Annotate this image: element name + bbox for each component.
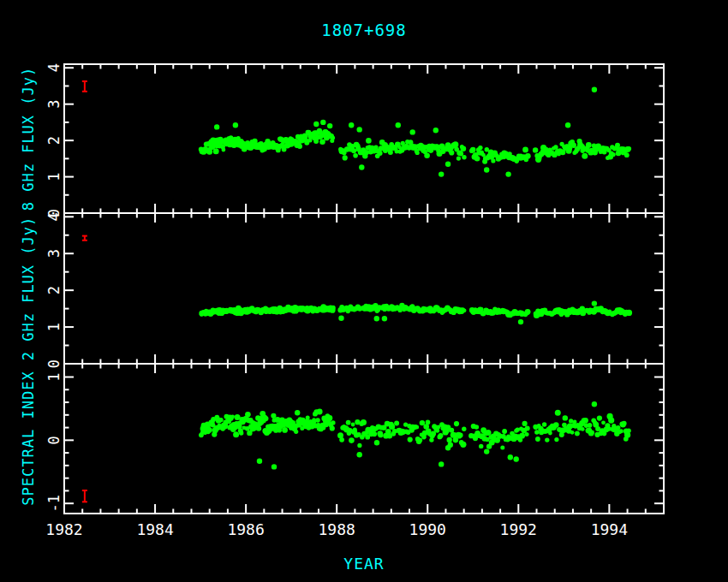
x-tick-label: 1990: [409, 520, 446, 538]
data-point: [353, 428, 357, 432]
data-point: [582, 418, 588, 424]
data-point: [207, 427, 212, 432]
data-point: [479, 444, 483, 448]
x-tick-label: 1988: [319, 520, 355, 538]
outlier-point: [484, 448, 489, 454]
data-point: [581, 427, 585, 431]
outlier-point: [514, 456, 519, 461]
data-point: [449, 150, 454, 155]
data-point: [524, 432, 528, 436]
data-point: [317, 409, 323, 415]
outlier-point: [214, 124, 219, 129]
data-point: [462, 155, 466, 159]
x-tick-label: 1992: [500, 520, 537, 538]
outlier-point: [313, 122, 319, 127]
data-point: [588, 423, 593, 428]
outlier-point: [272, 464, 277, 469]
outlier-point: [382, 316, 387, 321]
data-point: [282, 427, 288, 433]
data-point: [213, 148, 219, 154]
outlier-point: [592, 87, 597, 92]
data-point: [388, 150, 393, 155]
data-point: [331, 306, 336, 311]
data-point: [415, 425, 419, 429]
panel-border: [64, 64, 664, 213]
data-point: [219, 418, 224, 422]
data-point: [616, 425, 620, 430]
data-point: [627, 146, 632, 151]
data-point: [426, 420, 431, 425]
panel-2ghz-flux: 01234: [45, 212, 664, 368]
y-axis-title-8ghz-flux: 8 GHz FLUX (Jy): [20, 67, 37, 211]
data-point: [372, 431, 377, 436]
outlier-point: [374, 316, 379, 321]
data-point: [453, 437, 459, 443]
y-tick-label: 0: [45, 436, 63, 444]
outlier-point: [592, 401, 597, 407]
data-point: [420, 420, 425, 425]
data-point: [353, 153, 358, 158]
x-axis-title: YEAR: [0, 555, 728, 573]
data-point: [608, 418, 614, 424]
y-tick-label: 1: [45, 372, 63, 381]
data-point: [418, 438, 422, 442]
panel-8ghz-flux: 01234: [45, 63, 664, 217]
y-axis-title-2ghz-flux: 2 GHz FLUX (Jy): [20, 217, 37, 361]
outlier-point: [349, 122, 354, 128]
data-point: [548, 431, 552, 436]
data-point: [535, 436, 540, 442]
outlier-point: [410, 129, 415, 134]
y-tick-label: 0: [45, 359, 63, 368]
data-point: [486, 430, 492, 436]
outlier-point: [565, 122, 570, 128]
data-point: [294, 430, 298, 434]
outlier-point: [257, 459, 262, 464]
data-point: [474, 425, 480, 430]
data-point: [349, 437, 355, 443]
data-point: [256, 425, 261, 431]
data-point: [462, 427, 466, 431]
plot-canvas: 0123401234-10119821984198619881990199219…: [0, 0, 728, 582]
data-point: [295, 410, 300, 415]
data-point: [500, 446, 504, 450]
y-tick-label: 3: [45, 249, 63, 258]
data-point: [222, 148, 226, 152]
data-point: [516, 427, 520, 431]
x-tick-labels: 1982198419861988199019921994: [45, 520, 628, 538]
data-point: [542, 422, 546, 426]
outlier-point: [327, 123, 332, 128]
outlier-point: [445, 162, 451, 167]
data-point: [525, 425, 530, 431]
data-point: [502, 429, 507, 434]
data-point: [470, 147, 476, 153]
data-point: [575, 431, 580, 436]
outlier-point: [439, 461, 444, 466]
y-tick-label: 2: [45, 286, 63, 294]
data-point: [306, 416, 310, 420]
y-tick-label: 4: [45, 212, 63, 221]
y-tick-label: 1: [45, 172, 63, 181]
data-point: [460, 442, 466, 448]
data-point: [315, 418, 320, 423]
data-point: [456, 157, 461, 161]
data-point: [525, 153, 531, 159]
data-point: [589, 430, 594, 435]
data-point: [439, 433, 444, 438]
outlier-point: [508, 454, 513, 460]
data-point: [424, 152, 430, 158]
data-point: [330, 425, 335, 431]
data-point: [525, 309, 531, 315]
data-point: [452, 141, 458, 147]
data-point: [394, 421, 399, 426]
data-points: [199, 300, 632, 324]
data-point: [570, 431, 575, 435]
outlier-point: [592, 300, 597, 306]
outlier-point: [357, 452, 362, 457]
y-axis-title-spectral-index: SPECTRAL INDEX: [20, 371, 37, 505]
data-point: [545, 437, 549, 442]
panel-border: [64, 213, 664, 364]
data-point: [553, 422, 559, 428]
data-point: [447, 437, 452, 442]
data-point: [374, 440, 379, 445]
data-point: [429, 437, 433, 442]
